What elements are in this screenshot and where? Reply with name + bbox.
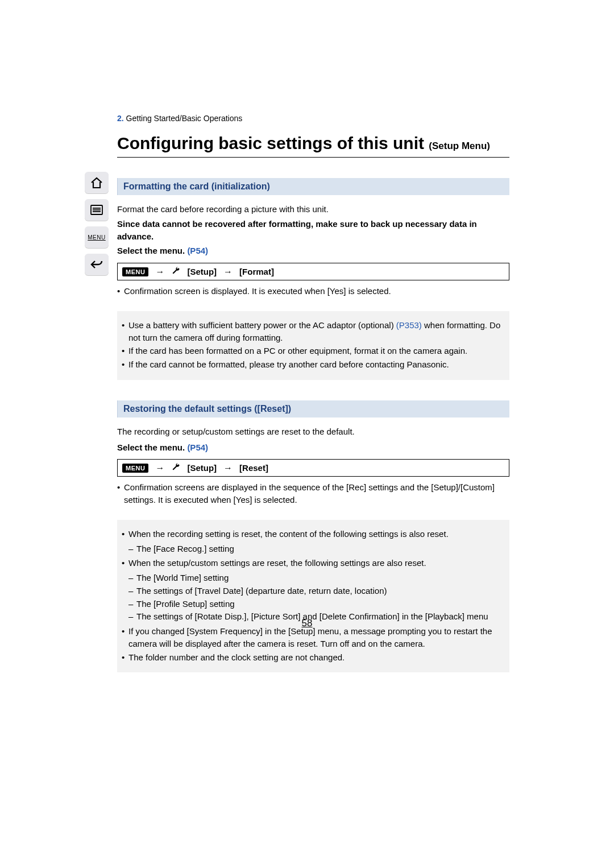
path-setup: [Setup] [187,267,217,276]
reset-info-block: When the recording setting is reset, the… [117,520,509,673]
menu-chip-icon: MENU [122,267,148,276]
link-p54-b[interactable]: (P54) [187,443,208,452]
link-p353[interactable]: (P353) [396,320,422,330]
reset-info-b1: When the recording setting is reset, the… [122,528,505,540]
wrench-icon [171,462,180,473]
reset-confirm-note: Confirmation screens are displayed in th… [117,481,509,506]
format-intro: Format the card before recording a pictu… [117,203,509,216]
breadcrumb: 2. Getting Started/Basic Operations [117,114,509,123]
arrow-icon: → [155,463,164,473]
arrow-icon: → [223,267,233,277]
reset-info-b1d1: The [Face Recog.] setting [128,543,505,555]
title-sub: (Setup Menu) [429,140,490,151]
breadcrumb-number: 2. [117,114,124,123]
section-heading-format: Formatting the card (initialization) [117,178,509,195]
reset-intro: The recording or setup/custom settings a… [117,425,509,438]
format-info-3: If the card cannot be formatted, please … [122,358,505,371]
menu-label: MENU [88,234,105,241]
page-title: Configuring basic settings of this unit … [117,133,509,158]
arrow-icon: → [155,267,164,277]
format-info-2: If the card has been formatted on a PC o… [122,345,505,357]
format-warning: Since data cannot be recovered after for… [117,218,509,243]
select-menu-1: Select the menu. (P54) [117,245,509,257]
reset-info-b2d3: The [Profile Setup] setting [128,598,505,610]
format-confirm-note: Confirmation screen is displayed. It is … [117,285,509,297]
breadcrumb-text: Getting Started/Basic Operations [126,114,243,123]
toc-icon[interactable] [85,199,109,221]
menu-icon[interactable]: MENU [85,226,109,248]
back-icon[interactable] [85,254,109,275]
format-info-block: Use a battery with sufficient battery po… [117,311,509,380]
path-target-reset: [Reset] [239,463,268,473]
reset-info-b4: The folder number and the clock setting … [122,651,505,664]
menu-path-reset: MENU → [Setup] → [Reset] [117,459,509,477]
reset-info-b2d1: The [World Time] setting [128,572,505,584]
arrow-icon: → [223,463,233,473]
reset-info-b2d2: The settings of [Travel Date] (departure… [128,585,505,597]
link-p54-a[interactable]: (P54) [187,246,208,255]
page-content: 2. Getting Started/Basic Operations Conf… [117,114,509,672]
menu-path-format: MENU → [Setup] → [Format] [117,263,509,280]
format-info-1: Use a battery with sufficient battery po… [122,319,505,344]
sidebar: MENU [84,172,109,275]
wrench-icon [171,266,180,277]
reset-info-b2: When the setup/custom settings are reset… [122,557,505,569]
path-target-format: [Format] [239,267,274,276]
select-menu-2: Select the menu. (P54) [117,441,509,454]
menu-chip-icon: MENU [122,464,148,473]
page-number: 58 [0,618,614,629]
section-heading-reset: Restoring the default settings ([Reset]) [117,400,509,418]
home-icon[interactable] [85,172,109,193]
title-main: Configuring basic settings of this unit [117,134,429,152]
path-setup: [Setup] [187,463,217,473]
